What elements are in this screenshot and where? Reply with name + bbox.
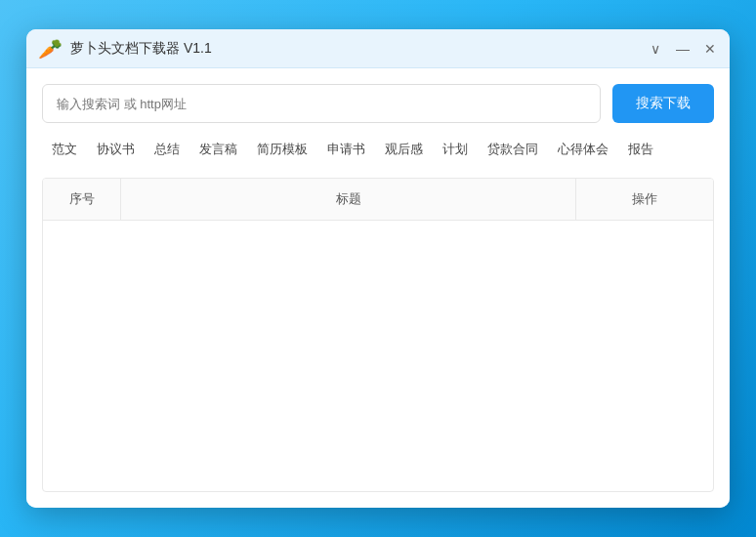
category-item[interactable]: 协议书 <box>87 137 145 162</box>
col-action-header: 操作 <box>576 179 713 220</box>
table-body <box>43 221 713 416</box>
collapse-button[interactable]: ∨ <box>648 41 663 57</box>
category-item[interactable]: 发言稿 <box>189 137 247 162</box>
category-item[interactable]: 报告 <box>618 137 663 162</box>
window-controls: ∨ — ✕ <box>648 41 718 57</box>
table-container: 序号 标题 操作 <box>42 178 714 492</box>
category-item[interactable]: 计划 <box>433 137 478 162</box>
app-title: 萝卜头文档下载器 V1.1 <box>70 40 648 58</box>
category-item[interactable]: 申请书 <box>317 137 375 162</box>
table-header: 序号 标题 操作 <box>43 179 713 221</box>
col-title-header: 标题 <box>121 179 576 220</box>
search-button[interactable]: 搜索下载 <box>612 84 714 123</box>
app-icon: 🥕 <box>38 37 63 61</box>
search-row: 搜索下载 <box>42 84 714 123</box>
title-bar: 🥕 萝卜头文档下载器 V1.1 ∨ — ✕ <box>26 29 730 68</box>
col-num-header: 序号 <box>43 179 121 220</box>
category-item[interactable]: 贷款合同 <box>478 137 548 162</box>
app-window: 🥕 萝卜头文档下载器 V1.1 ∨ — ✕ 搜索下载 范文协议书总结发言稿简历模… <box>26 29 730 508</box>
search-input[interactable] <box>42 84 601 123</box>
category-row: 范文协议书总结发言稿简历模板申请书观后感计划贷款合同心得体会报告 <box>42 137 714 162</box>
category-item[interactable]: 总结 <box>145 137 189 162</box>
category-item[interactable]: 心得体会 <box>548 137 618 162</box>
content-area: 搜索下载 范文协议书总结发言稿简历模板申请书观后感计划贷款合同心得体会报告 序号… <box>26 68 730 508</box>
category-item[interactable]: 范文 <box>42 137 87 162</box>
category-item[interactable]: 简历模板 <box>247 137 317 162</box>
close-button[interactable]: ✕ <box>702 41 718 57</box>
minimize-button[interactable]: — <box>675 41 691 57</box>
category-item[interactable]: 观后感 <box>375 137 433 162</box>
